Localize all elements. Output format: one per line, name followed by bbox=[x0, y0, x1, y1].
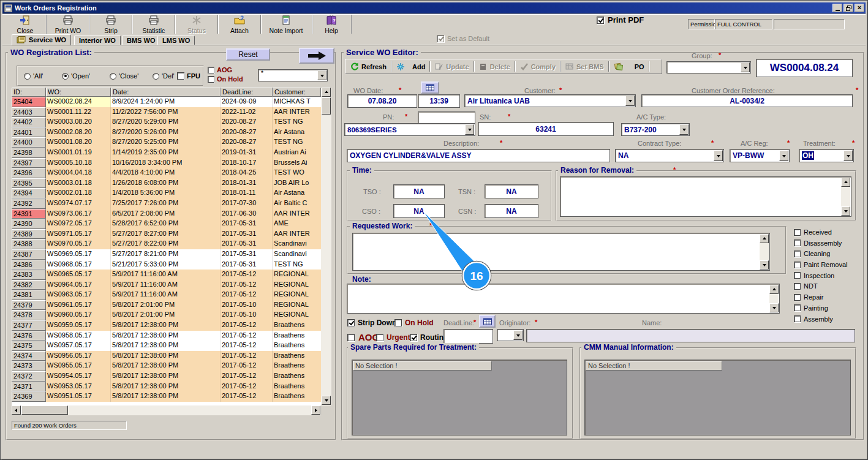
scroll-right-button[interactable] bbox=[311, 405, 320, 415]
table-row[interactable]: 24374 WS0956.05.17 5/8/2017 12:38:00 PM … bbox=[12, 351, 321, 361]
stage-checkbox[interactable]: Cleaning bbox=[794, 250, 867, 257]
tab-service-wo[interactable]: Service WO bbox=[12, 34, 71, 45]
chevron-down-icon[interactable] bbox=[714, 150, 723, 161]
table-row[interactable]: 24386 WS0968.05.17 5/21/2017 5:33:00 PM … bbox=[12, 260, 321, 270]
chevron-down-icon[interactable] bbox=[625, 96, 635, 106]
cell-id[interactable]: 24396 bbox=[12, 168, 46, 178]
table-row[interactable]: 24383 WS0965.05.17 5/9/2017 11:16:00 AM … bbox=[12, 270, 321, 280]
table-row[interactable]: 24400 WS0001.08.20 8/27/2020 5:25:00 PM … bbox=[12, 137, 321, 148]
cell-id[interactable]: 24374 bbox=[12, 351, 46, 361]
stage-checkbox[interactable]: Paint Removal bbox=[794, 261, 867, 268]
table-row[interactable]: 24373 WS0955.05.17 5/8/2017 12:38:00 PM … bbox=[12, 361, 321, 371]
cso-field[interactable]: NA bbox=[393, 204, 445, 218]
table-row[interactable]: 24375 WS0957.05.17 5/8/2017 12:38:00 PM … bbox=[12, 341, 321, 351]
table-row[interactable]: 24382 WS0964.05.17 5/9/2017 11:16:00 AM … bbox=[12, 280, 321, 290]
tsn-field[interactable]: NA bbox=[485, 184, 538, 198]
cell-id[interactable]: 24377 bbox=[12, 320, 46, 331]
column-header-id[interactable]: ID: bbox=[12, 88, 46, 97]
cell-id[interactable]: 24372 bbox=[12, 371, 46, 382]
requested-work-textarea[interactable] bbox=[352, 233, 770, 271]
scroll-up-button[interactable] bbox=[760, 234, 769, 243]
cell-id[interactable]: 24371 bbox=[12, 382, 46, 392]
minimize-button[interactable] bbox=[832, 4, 842, 12]
stage-checkbox[interactable]: Painting bbox=[794, 304, 867, 312]
cell-id[interactable]: 24398 bbox=[12, 148, 46, 158]
stage-checkbox[interactable]: NDT bbox=[794, 282, 867, 290]
add-button[interactable]: Add bbox=[393, 62, 428, 72]
cell-id[interactable]: 24390 bbox=[12, 219, 46, 229]
stage-checkbox[interactable]: Disassembly bbox=[794, 239, 867, 247]
cell-id[interactable]: 24376 bbox=[12, 331, 46, 341]
table-row[interactable]: 24377 WS0959.05.17 5/8/2017 12:38:00 PM … bbox=[12, 320, 321, 331]
cell-id[interactable]: 24386 bbox=[12, 260, 46, 270]
table-row[interactable]: 24392 WS0974.07.17 7/25/2017 7:26:00 PM … bbox=[12, 198, 321, 209]
table-row[interactable]: 24371 WS0953.05.17 5/8/2017 12:38:00 PM … bbox=[12, 382, 321, 392]
cell-id[interactable]: 24401 bbox=[12, 127, 46, 138]
stage-checkbox[interactable]: Repair bbox=[794, 293, 867, 301]
tso-field[interactable]: NA bbox=[393, 184, 445, 198]
ac-type-combobox[interactable]: B737-200 bbox=[621, 123, 690, 136]
spare-parts-list[interactable] bbox=[352, 360, 567, 435]
tab-bms-wo[interactable]: BMS WO bbox=[122, 36, 160, 45]
chevron-down-icon[interactable] bbox=[779, 150, 788, 161]
fpu-checkbox[interactable]: FPU bbox=[177, 72, 200, 80]
table-vscrollbar[interactable] bbox=[321, 88, 331, 405]
table-row[interactable]: 24387 WS0969.05.17 5/27/2017 8:21:00 PM … bbox=[12, 249, 321, 260]
deadline-calendar-button[interactable] bbox=[479, 315, 496, 328]
next-arrow-button[interactable] bbox=[299, 48, 334, 64]
contract-type-combobox[interactable]: NA bbox=[615, 149, 724, 162]
cell-id[interactable]: 24389 bbox=[12, 229, 46, 239]
table-row[interactable]: 24403 WS0001.11.22 11/2/2022 7:56:00 PM … bbox=[12, 107, 321, 118]
scroll-left-button[interactable] bbox=[12, 405, 21, 415]
scroll-down-button[interactable] bbox=[322, 396, 331, 405]
chevron-down-icon[interactable] bbox=[465, 124, 474, 135]
title-bar[interactable]: Work Orders Registration × bbox=[2, 2, 866, 13]
cell-id[interactable]: 24375 bbox=[12, 341, 46, 351]
close-button[interactable]: Close bbox=[6, 14, 45, 35]
help-button[interactable]: ? Help bbox=[314, 14, 349, 35]
wo-filter-combobox[interactable]: * bbox=[258, 69, 328, 81]
column-header-customer[interactable]: Customer: bbox=[273, 88, 321, 97]
cell-id[interactable]: 24394 bbox=[12, 188, 46, 198]
deadline-field[interactable] bbox=[443, 329, 493, 344]
strip-button[interactable]: Strip bbox=[91, 14, 130, 35]
table-row[interactable]: 24397 WS0005.10.18 10/16/2018 3:34:00 PM… bbox=[12, 158, 321, 168]
table-row[interactable]: 24401 WS0002.08.20 8/27/2020 5:26:00 PM … bbox=[12, 127, 321, 138]
note-import-button[interactable]: Note Import bbox=[263, 14, 309, 35]
on-hold-filter-checkbox[interactable]: On Hold bbox=[208, 75, 243, 83]
aog-checkbox[interactable]: AOG bbox=[347, 332, 379, 342]
table-row[interactable]: 24390 WS0972.05.17 5/28/2017 6:52:00 PM … bbox=[12, 219, 321, 229]
column-header-wo[interactable]: WO: bbox=[46, 88, 111, 97]
cell-id[interactable]: 24403 bbox=[12, 107, 46, 118]
hscroll-thumb[interactable] bbox=[21, 405, 68, 415]
spare-parts-list-header[interactable]: No Selection ! bbox=[353, 361, 492, 371]
radio-open[interactable]: 'Open' bbox=[62, 72, 90, 80]
pn-extra-field[interactable] bbox=[418, 111, 475, 124]
scroll-up-button[interactable] bbox=[769, 285, 779, 294]
cell-id[interactable]: 24402 bbox=[12, 117, 46, 127]
aog-filter-checkbox[interactable]: AOG bbox=[208, 66, 232, 74]
vscroll-thumb[interactable] bbox=[322, 97, 331, 115]
scroll-up-button[interactable] bbox=[322, 88, 331, 97]
statistic-button[interactable]: Statistic bbox=[134, 14, 173, 35]
cell-id[interactable]: 24391 bbox=[12, 209, 46, 219]
table-row[interactable]: 24395 WS0003.01.18 1/26/2018 6:08:00 PM … bbox=[12, 178, 321, 189]
wo-time-field[interactable]: 13:39 bbox=[418, 94, 460, 108]
column-header-deadline[interactable]: DeadLine: bbox=[221, 88, 273, 97]
cell-id[interactable]: 24378 bbox=[12, 310, 46, 320]
originator-combobox[interactable] bbox=[497, 329, 524, 341]
customer-combobox[interactable]: Air Lituanica UAB bbox=[464, 94, 636, 107]
radio-all[interactable]: 'All' bbox=[24, 72, 43, 80]
chevron-down-icon[interactable] bbox=[513, 330, 523, 340]
table-row[interactable]: 24388 WS0970.05.17 5/27/2017 8:22:00 PM … bbox=[12, 239, 321, 249]
table-row[interactable]: 24381 WS0963.05.17 5/9/2017 11:16:00 AM … bbox=[12, 290, 321, 300]
description-field[interactable]: OXYGEN CYLINDER&VALVE ASSY bbox=[347, 149, 610, 162]
wo-date-field[interactable]: 07.08.20 bbox=[347, 94, 417, 108]
urgent-checkbox[interactable]: Urgent bbox=[376, 333, 410, 342]
table-row[interactable]: 24376 WS0958.05.17 5/8/2017 12:38:00 PM … bbox=[12, 331, 321, 341]
column-header-date[interactable]: Date: bbox=[111, 88, 221, 97]
scroll-up-button[interactable] bbox=[841, 178, 850, 187]
sn-field[interactable]: 63241 bbox=[478, 122, 614, 136]
po-button[interactable]: PO bbox=[611, 62, 647, 72]
cell-id[interactable]: 24383 bbox=[12, 270, 46, 280]
